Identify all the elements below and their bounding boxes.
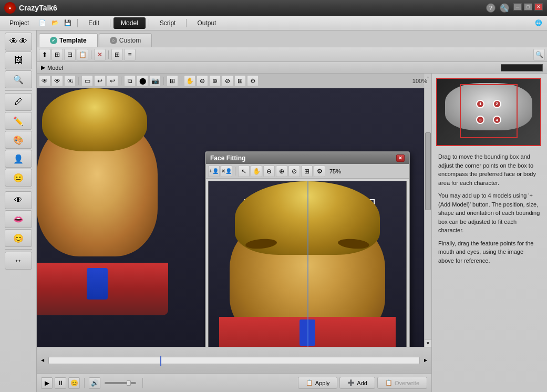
sidebar-smile-btn[interactable]: 😊 bbox=[5, 229, 32, 247]
tb-view-btn[interactable]: ⊞ bbox=[111, 49, 123, 60]
vp-zoom-out-btn[interactable]: ⊖ bbox=[197, 75, 208, 87]
vp-zoom-in-btn[interactable]: ⊕ bbox=[209, 75, 221, 87]
face-fitting-dialog: Face Fitting ✕ +👤 ✕👤 ↖ ✋ ⊖ bbox=[205, 151, 410, 347]
tb-del-btn[interactable]: ✕ bbox=[94, 49, 106, 60]
tab-template[interactable]: ✓ Template bbox=[39, 33, 98, 47]
menu-script[interactable]: Script bbox=[152, 17, 183, 29]
tab-custom[interactable]: ○ Custom bbox=[99, 33, 152, 47]
new-file-icon[interactable]: 📄 bbox=[37, 18, 48, 28]
timeline-track[interactable] bbox=[48, 357, 420, 364]
vp-copy-btn[interactable]: ⧉ bbox=[124, 75, 136, 87]
maximize-button[interactable]: □ bbox=[524, 3, 532, 11]
dlg-zoom-in-btn[interactable]: ⊕ bbox=[276, 166, 287, 177]
bottom-controls: ▶ ⏸ 😊 🔊 📋 Apply ➕ bbox=[37, 373, 431, 392]
tb-search-icon[interactable]: 🔍 bbox=[533, 49, 545, 60]
timeline-collapse-btn[interactable]: ◀ bbox=[39, 358, 46, 363]
sidebar-sep3 bbox=[5, 249, 32, 250]
sidebar-pen-btn2[interactable]: ✏️ bbox=[5, 112, 32, 130]
vp-record-btn[interactable]: ⬤ bbox=[137, 75, 148, 87]
window-controls: ? 🔧 ─ □ ✕ bbox=[486, 3, 543, 13]
vp-fit-btn[interactable]: ⊘ bbox=[222, 75, 233, 87]
settings-icon[interactable]: 🔧 bbox=[500, 3, 509, 13]
sidebar-lip-btn[interactable]: 👄 bbox=[5, 210, 32, 228]
cursor-line bbox=[307, 181, 308, 347]
tb-grid2-btn[interactable]: ⊟ bbox=[64, 49, 76, 60]
minimize-button[interactable]: ─ bbox=[513, 3, 522, 11]
menu-model[interactable]: Model bbox=[113, 17, 146, 29]
open-file-icon[interactable]: 📂 bbox=[50, 18, 60, 28]
dlg-tb-sep1 bbox=[235, 167, 235, 176]
pause-btn[interactable]: ⏸ bbox=[55, 377, 66, 389]
world-icon[interactable]: 🌐 bbox=[533, 18, 544, 28]
save-file-icon[interactable]: 💾 bbox=[63, 18, 73, 28]
vp-transform-btn[interactable]: ⊞ bbox=[167, 75, 178, 87]
viewport-area: 👁 👁 👁‍🗨 ▭ ↩ ↩ ⧉ ⬤ 📷 ⊞ ✋ ⊖ ⊕ bbox=[37, 74, 431, 392]
tb-list-btn[interactable]: ≡ bbox=[124, 49, 136, 60]
vp-eye-btn[interactable]: 👁 bbox=[39, 75, 50, 87]
dlg-add-model-btn[interactable]: +👤 bbox=[208, 166, 220, 177]
overwrite-btn[interactable]: 📋 Overwrite bbox=[377, 377, 427, 389]
apply-label: Apply bbox=[315, 380, 330, 386]
stop-btn[interactable]: 😊 bbox=[68, 377, 80, 389]
menu-output[interactable]: Output bbox=[190, 17, 223, 29]
volume-thumb[interactable] bbox=[127, 380, 131, 386]
title-bar: ● CrazyTalk6 ? 🔧 ─ □ ✕ bbox=[0, 0, 547, 16]
vp-grid-btn[interactable]: ⊞ bbox=[234, 75, 246, 87]
tb-grid-btn[interactable]: ⊞ bbox=[51, 49, 63, 60]
scroll-down-btn[interactable]: ▼ bbox=[425, 339, 431, 347]
sidebar-color-btn[interactable]: 🎨 bbox=[5, 131, 32, 149]
dlg-grid-btn[interactable]: ⊞ bbox=[301, 166, 313, 177]
tb-page-btn[interactable]: 📋 bbox=[77, 49, 88, 60]
dlg-hand-btn[interactable]: ✋ bbox=[251, 166, 262, 177]
sidebar-eye-btn[interactable]: 👁 bbox=[5, 191, 32, 209]
volume-slider[interactable] bbox=[105, 382, 136, 384]
sidebar-search-btn[interactable]: 🔍 bbox=[5, 70, 32, 88]
close-button[interactable]: ✕ bbox=[534, 3, 543, 11]
vp-eye2-btn[interactable]: 👁 bbox=[51, 75, 63, 87]
vp-hand-btn[interactable]: ✋ bbox=[184, 75, 195, 87]
tb-sep2 bbox=[108, 50, 109, 59]
sidebar-image-btn[interactable]: 🖼 bbox=[5, 51, 32, 69]
volume-icon: 🔊 bbox=[89, 377, 100, 389]
tb-export-btn[interactable]: ⬆ bbox=[39, 49, 50, 60]
viewport-canvas[interactable]: Face Fitting ✕ +👤 ✕👤 ↖ ✋ ⊖ bbox=[37, 74, 424, 347]
apply-btn[interactable]: 📋 Apply bbox=[298, 377, 338, 389]
info-text-2: You may add up to 4 models using '+ (Add… bbox=[438, 191, 541, 235]
model-color-picker[interactable] bbox=[501, 64, 543, 71]
dialog-viewport[interactable]: 1 2 3 4 bbox=[208, 181, 407, 347]
vp-sep4 bbox=[181, 77, 181, 85]
vp-sep1 bbox=[78, 77, 79, 85]
vp-eye3-btn[interactable]: 👁‍🗨 bbox=[64, 75, 76, 87]
add-btn[interactable]: ➕ Add bbox=[339, 377, 375, 389]
dlg-zoom-out-btn[interactable]: ⊖ bbox=[263, 166, 275, 177]
vp-select-btn[interactable]: ▭ bbox=[81, 75, 93, 87]
info-text-panel: Drag to move the bounding box and adjust… bbox=[436, 150, 543, 388]
search-icon: 🔍 bbox=[13, 75, 24, 85]
dlg-del-model-btn[interactable]: ✕👤 bbox=[221, 166, 232, 177]
sidebar-pen-btn[interactable]: 🖊 bbox=[5, 93, 32, 111]
eye-visibility-btn[interactable]: 👁 👁 bbox=[5, 33, 32, 50]
vp-undo-btn[interactable]: ↩ bbox=[107, 75, 118, 87]
play-btn[interactable]: ▶ bbox=[41, 377, 53, 389]
info-text-3: Finally, drag the feature points for the… bbox=[438, 239, 541, 265]
vp-cam-btn[interactable]: 📷 bbox=[149, 75, 161, 87]
timeline-expand-btn[interactable]: ▶ bbox=[422, 358, 429, 363]
vp-arrow-btn[interactable]: ↩ bbox=[94, 75, 106, 87]
vp-settings-btn[interactable]: ⚙ bbox=[247, 75, 259, 87]
tabs-row: ✓ Template ○ Custom bbox=[37, 30, 547, 47]
menu-edit[interactable]: Edit bbox=[81, 17, 107, 29]
help-button[interactable]: ? bbox=[486, 3, 496, 13]
dialog-close-btn[interactable]: ✕ bbox=[396, 154, 405, 162]
scroll-track-v[interactable] bbox=[425, 81, 431, 339]
sidebar-person-btn[interactable]: 👤 bbox=[5, 150, 32, 168]
add-icon: ➕ bbox=[347, 379, 355, 386]
v-scrollbar[interactable]: ▲ ▼ bbox=[424, 74, 431, 347]
sidebar-face-btn[interactable]: 😐 bbox=[5, 169, 32, 187]
sidebar-arrow-btn[interactable]: ↔ bbox=[5, 252, 32, 270]
dlg-cursor-btn[interactable]: ↖ bbox=[238, 166, 250, 177]
scroll-thumb-v[interactable] bbox=[425, 132, 431, 210]
menu-project[interactable]: Project bbox=[2, 17, 36, 29]
dlg-settings-btn[interactable]: ⚙ bbox=[314, 166, 325, 177]
left-sidebar: 👁 👁 🖼 🔍 🖊 ✏️ 🎨 👤 😐 👁 👄 bbox=[0, 30, 37, 392]
dlg-fit-btn[interactable]: ⊘ bbox=[288, 166, 300, 177]
